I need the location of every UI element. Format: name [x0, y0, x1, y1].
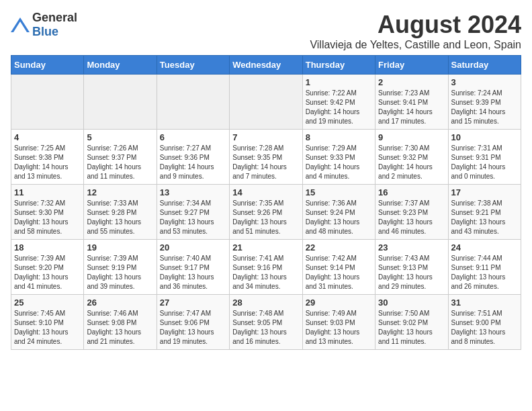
calendar-cell: 12Sunrise: 7:33 AMSunset: 9:28 PMDayligh…	[84, 185, 157, 240]
day-info: Sunrise: 7:33 AMSunset: 9:28 PMDaylight:…	[87, 199, 153, 236]
day-number: 18	[14, 242, 81, 253]
day-info: Sunrise: 7:29 AMSunset: 9:33 PMDaylight:…	[306, 144, 372, 181]
day-number: 15	[306, 187, 372, 197]
header-cell-saturday: Saturday	[448, 56, 521, 75]
day-number: 1	[306, 77, 372, 87]
day-info: Sunrise: 7:46 AMSunset: 9:08 PMDaylight:…	[87, 309, 153, 347]
calendar-cell: 3Sunrise: 7:24 AMSunset: 9:39 PMDaylight…	[448, 75, 521, 130]
day-number: 22	[306, 242, 372, 253]
day-info: Sunrise: 7:48 AMSunset: 9:05 PMDaylight:…	[232, 309, 299, 347]
week-row-1: 1Sunrise: 7:22 AMSunset: 9:42 PMDaylight…	[11, 75, 521, 130]
calendar-cell: 25Sunrise: 7:45 AMSunset: 9:10 PMDayligh…	[11, 295, 84, 350]
calendar-cell: 21Sunrise: 7:41 AMSunset: 9:16 PMDayligh…	[230, 240, 302, 295]
day-info: Sunrise: 7:23 AMSunset: 9:41 PMDaylight:…	[378, 89, 445, 126]
main-title: August 2024	[310, 11, 521, 39]
calendar-cell	[230, 75, 302, 130]
calendar-header: SundayMondayTuesdayWednesdayThursdayFrid…	[11, 56, 521, 75]
day-number: 10	[451, 132, 518, 142]
day-number: 12	[87, 187, 153, 197]
day-number: 30	[378, 298, 445, 308]
day-info: Sunrise: 7:36 AMSunset: 9:24 PMDaylight:…	[306, 199, 372, 236]
subtitle: Villavieja de Yeltes, Castille and Leon,…	[310, 39, 521, 51]
day-info: Sunrise: 7:51 AMSunset: 9:00 PMDaylight:…	[451, 309, 518, 347]
day-number: 24	[451, 242, 518, 253]
day-number: 19	[87, 242, 153, 253]
day-number: 28	[232, 298, 299, 308]
calendar-cell: 1Sunrise: 7:22 AMSunset: 9:42 PMDaylight…	[302, 75, 375, 130]
week-row-2: 4Sunrise: 7:25 AMSunset: 9:38 PMDaylight…	[11, 130, 521, 185]
day-number: 8	[306, 132, 372, 142]
day-number: 3	[451, 77, 518, 87]
day-number: 20	[160, 242, 226, 253]
day-info: Sunrise: 7:50 AMSunset: 9:02 PMDaylight:…	[378, 309, 445, 347]
day-info: Sunrise: 7:22 AMSunset: 9:42 PMDaylight:…	[306, 89, 372, 126]
header-cell-wednesday: Wednesday	[230, 56, 302, 75]
calendar-cell: 22Sunrise: 7:42 AMSunset: 9:14 PMDayligh…	[302, 240, 375, 295]
day-number: 13	[160, 187, 226, 197]
logo: General Blue	[11, 11, 77, 39]
day-number: 25	[14, 298, 81, 308]
day-info: Sunrise: 7:38 AMSunset: 9:21 PMDaylight:…	[451, 199, 518, 236]
day-info: Sunrise: 7:39 AMSunset: 9:19 PMDaylight:…	[87, 254, 153, 291]
day-info: Sunrise: 7:39 AMSunset: 9:20 PMDaylight:…	[14, 254, 81, 291]
day-number: 14	[232, 187, 299, 197]
day-info: Sunrise: 7:45 AMSunset: 9:10 PMDaylight:…	[14, 309, 81, 347]
calendar-table: SundayMondayTuesdayWednesdayThursdayFrid…	[11, 55, 521, 350]
week-row-4: 18Sunrise: 7:39 AMSunset: 9:20 PMDayligh…	[11, 240, 521, 295]
week-row-3: 11Sunrise: 7:32 AMSunset: 9:30 PMDayligh…	[11, 185, 521, 240]
calendar-cell	[84, 75, 157, 130]
calendar-cell: 14Sunrise: 7:35 AMSunset: 9:26 PMDayligh…	[230, 185, 302, 240]
day-info: Sunrise: 7:35 AMSunset: 9:26 PMDaylight:…	[232, 199, 299, 236]
day-number: 11	[14, 187, 81, 197]
day-info: Sunrise: 7:37 AMSunset: 9:23 PMDaylight:…	[378, 199, 445, 236]
calendar-cell: 8Sunrise: 7:29 AMSunset: 9:33 PMDaylight…	[302, 130, 375, 185]
header-cell-sunday: Sunday	[11, 56, 84, 75]
day-number: 16	[378, 187, 445, 197]
day-info: Sunrise: 7:28 AMSunset: 9:35 PMDaylight:…	[232, 144, 299, 181]
calendar-cell: 18Sunrise: 7:39 AMSunset: 9:20 PMDayligh…	[11, 240, 84, 295]
day-info: Sunrise: 7:30 AMSunset: 9:32 PMDaylight:…	[378, 144, 445, 181]
day-info: Sunrise: 7:27 AMSunset: 9:36 PMDaylight:…	[160, 144, 226, 181]
day-info: Sunrise: 7:44 AMSunset: 9:11 PMDaylight:…	[451, 254, 518, 291]
day-info: Sunrise: 7:40 AMSunset: 9:17 PMDaylight:…	[160, 254, 226, 291]
day-info: Sunrise: 7:26 AMSunset: 9:37 PMDaylight:…	[87, 144, 153, 181]
week-row-5: 25Sunrise: 7:45 AMSunset: 9:10 PMDayligh…	[11, 295, 521, 350]
calendar-cell: 24Sunrise: 7:44 AMSunset: 9:11 PMDayligh…	[448, 240, 521, 295]
day-number: 21	[232, 242, 299, 253]
calendar-cell: 23Sunrise: 7:43 AMSunset: 9:13 PMDayligh…	[375, 240, 448, 295]
calendar-cell: 13Sunrise: 7:34 AMSunset: 9:27 PMDayligh…	[157, 185, 229, 240]
day-number: 9	[378, 132, 445, 142]
calendar-body: 1Sunrise: 7:22 AMSunset: 9:42 PMDaylight…	[11, 75, 521, 350]
day-number: 7	[232, 132, 299, 142]
calendar-cell: 16Sunrise: 7:37 AMSunset: 9:23 PMDayligh…	[375, 185, 448, 240]
logo-icon	[11, 17, 30, 32]
day-info: Sunrise: 7:47 AMSunset: 9:06 PMDaylight:…	[160, 309, 226, 347]
day-number: 26	[87, 298, 153, 308]
header-cell-thursday: Thursday	[302, 56, 375, 75]
header: General Blue August 2024 Villavieja de Y…	[11, 11, 521, 51]
day-info: Sunrise: 7:32 AMSunset: 9:30 PMDaylight:…	[14, 199, 81, 236]
day-info: Sunrise: 7:31 AMSunset: 9:31 PMDaylight:…	[451, 144, 518, 181]
logo-text-blue: Blue	[32, 25, 58, 38]
calendar-cell	[11, 75, 84, 130]
calendar-cell	[157, 75, 229, 130]
calendar-cell: 31Sunrise: 7:51 AMSunset: 9:00 PMDayligh…	[448, 295, 521, 350]
day-info: Sunrise: 7:49 AMSunset: 9:03 PMDaylight:…	[306, 309, 372, 347]
day-info: Sunrise: 7:42 AMSunset: 9:14 PMDaylight:…	[306, 254, 372, 291]
header-cell-monday: Monday	[84, 56, 157, 75]
day-info: Sunrise: 7:34 AMSunset: 9:27 PMDaylight:…	[160, 199, 226, 236]
calendar-cell: 20Sunrise: 7:40 AMSunset: 9:17 PMDayligh…	[157, 240, 229, 295]
day-number: 29	[306, 298, 372, 308]
calendar-cell: 30Sunrise: 7:50 AMSunset: 9:02 PMDayligh…	[375, 295, 448, 350]
day-number: 5	[87, 132, 153, 142]
day-info: Sunrise: 7:41 AMSunset: 9:16 PMDaylight:…	[232, 254, 299, 291]
calendar-cell: 26Sunrise: 7:46 AMSunset: 9:08 PMDayligh…	[84, 295, 157, 350]
day-number: 31	[451, 298, 518, 308]
day-number: 4	[14, 132, 81, 142]
calendar-cell: 15Sunrise: 7:36 AMSunset: 9:24 PMDayligh…	[302, 185, 375, 240]
header-cell-tuesday: Tuesday	[157, 56, 229, 75]
title-section: August 2024 Villavieja de Yeltes, Castil…	[310, 11, 521, 51]
calendar-cell: 27Sunrise: 7:47 AMSunset: 9:06 PMDayligh…	[157, 295, 229, 350]
calendar-cell: 17Sunrise: 7:38 AMSunset: 9:21 PMDayligh…	[448, 185, 521, 240]
day-info: Sunrise: 7:25 AMSunset: 9:38 PMDaylight:…	[14, 144, 81, 181]
